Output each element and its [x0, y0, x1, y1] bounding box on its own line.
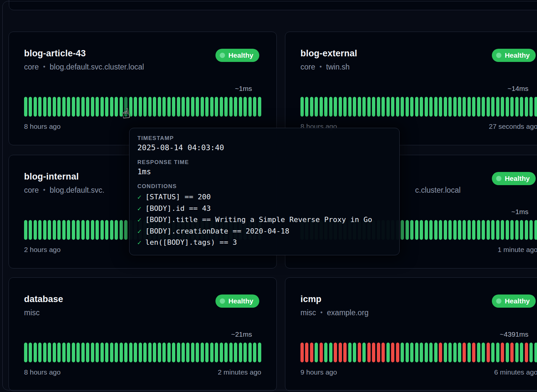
uptime-bar[interactable] [76, 220, 80, 240]
uptime-bar[interactable] [420, 97, 423, 117]
uptime-bar[interactable] [525, 97, 528, 117]
uptime-bar[interactable] [401, 97, 404, 117]
uptime-bar[interactable] [162, 97, 166, 117]
uptime-bar[interactable] [53, 220, 56, 240]
uptime-bar[interactable] [167, 343, 171, 362]
uptime-bar[interactable] [391, 343, 394, 362]
uptime-bar[interactable] [177, 97, 180, 117]
uptime-bar[interactable] [377, 343, 380, 362]
uptime-bar[interactable] [406, 220, 409, 240]
uptime-bar[interactable] [110, 343, 113, 362]
uptime-bar[interactable] [105, 220, 108, 240]
uptime-bar[interactable] [429, 220, 433, 240]
uptime-bar[interactable] [444, 220, 447, 240]
uptime-bar[interactable] [34, 220, 37, 240]
uptime-bar[interactable] [339, 97, 342, 117]
uptime-bar[interactable] [43, 343, 46, 362]
uptime-bar[interactable] [377, 97, 380, 117]
uptime-bar[interactable] [496, 97, 499, 117]
uptime-bar[interactable] [115, 97, 118, 117]
uptime-bar[interactable] [501, 220, 504, 240]
uptime-bar[interactable] [124, 220, 127, 240]
uptime-bar[interactable] [201, 343, 204, 362]
uptime-bar[interactable] [96, 220, 99, 240]
uptime-bar[interactable] [372, 343, 375, 362]
uptime-bar[interactable] [124, 97, 127, 117]
uptime-bar[interactable] [434, 220, 438, 240]
uptime-bar[interactable] [425, 97, 428, 117]
uptime-bar[interactable] [153, 97, 156, 117]
uptime-bar[interactable] [343, 97, 347, 117]
uptime-bar[interactable] [91, 97, 94, 117]
uptime-bar[interactable] [57, 343, 61, 362]
uptime-bar[interactable] [162, 343, 166, 362]
uptime-bar[interactable] [329, 97, 332, 117]
uptime-bar[interactable] [24, 220, 27, 240]
uptime-bar[interactable] [315, 97, 318, 117]
uptime-bar[interactable] [29, 220, 32, 240]
uptime-bar[interactable] [72, 97, 75, 117]
uptime-bar[interactable] [520, 343, 523, 362]
uptime-bar[interactable] [406, 97, 409, 117]
uptime-bar[interactable] [420, 220, 423, 240]
uptime-bar[interactable] [72, 343, 75, 362]
uptime-bar[interactable] [120, 220, 123, 240]
uptime-bar[interactable] [386, 97, 390, 117]
uptime-bar[interactable] [186, 343, 189, 362]
uptime-bar[interactable] [110, 220, 113, 240]
uptime-bar[interactable] [100, 220, 104, 240]
uptime-bar[interactable] [434, 343, 438, 362]
uptime-bar[interactable] [358, 343, 361, 362]
uptime-bar[interactable] [305, 97, 308, 117]
uptime-bar[interactable] [310, 343, 313, 362]
uptime-bar[interactable] [86, 343, 89, 362]
uptime-bar[interactable] [506, 343, 509, 362]
uptime-bar[interactable] [391, 97, 394, 117]
uptime-bar[interactable] [38, 97, 42, 117]
uptime-bar[interactable] [177, 343, 180, 362]
uptime-bar[interactable] [487, 343, 490, 362]
uptime-bar[interactable] [239, 97, 242, 117]
uptime-bar[interactable] [362, 343, 366, 362]
uptime-bar[interactable] [320, 343, 323, 362]
uptime-bar[interactable] [534, 97, 537, 117]
uptime-bar[interactable] [453, 97, 457, 117]
uptime-bar[interactable] [448, 220, 452, 240]
uptime-bar[interactable] [24, 97, 27, 117]
uptime-bar[interactable] [477, 343, 480, 362]
uptime-bar[interactable] [67, 343, 70, 362]
uptime-bar[interactable] [115, 220, 118, 240]
uptime-bar[interactable] [34, 97, 37, 117]
uptime-bar[interactable] [215, 97, 218, 117]
uptime-bar[interactable] [415, 220, 418, 240]
uptime-bar[interactable] [401, 343, 404, 362]
uptime-bar[interactable] [220, 343, 223, 362]
uptime-bar[interactable] [520, 220, 523, 240]
uptime-bar[interactable] [482, 220, 485, 240]
uptime-bar[interactable] [105, 343, 108, 362]
uptime-bar[interactable] [205, 97, 209, 117]
uptime-bar[interactable] [182, 343, 185, 362]
uptime-bar[interactable] [196, 343, 199, 362]
uptime-bar[interactable] [76, 343, 80, 362]
uptime-bar[interactable] [62, 97, 66, 117]
uptime-bar[interactable] [62, 220, 66, 240]
uptime-bar[interactable] [243, 343, 247, 362]
uptime-bar[interactable] [158, 343, 161, 362]
uptime-bar[interactable] [453, 220, 457, 240]
uptime-bar[interactable] [110, 97, 113, 117]
uptime-bar[interactable] [258, 97, 261, 117]
uptime-bar[interactable] [348, 343, 352, 362]
uptime-bar[interactable] [100, 343, 104, 362]
uptime-bar[interactable] [491, 343, 495, 362]
uptime-bar[interactable] [396, 97, 399, 117]
uptime-bar[interactable] [81, 220, 85, 240]
uptime-bar[interactable] [186, 97, 189, 117]
uptime-bar[interactable] [48, 220, 51, 240]
uptime-bar[interactable] [425, 220, 428, 240]
uptime-bar[interactable] [415, 343, 418, 362]
uptime-bar[interactable] [300, 97, 304, 117]
uptime-bar[interactable] [72, 220, 75, 240]
uptime-bar[interactable] [105, 97, 108, 117]
uptime-bar[interactable] [467, 220, 471, 240]
